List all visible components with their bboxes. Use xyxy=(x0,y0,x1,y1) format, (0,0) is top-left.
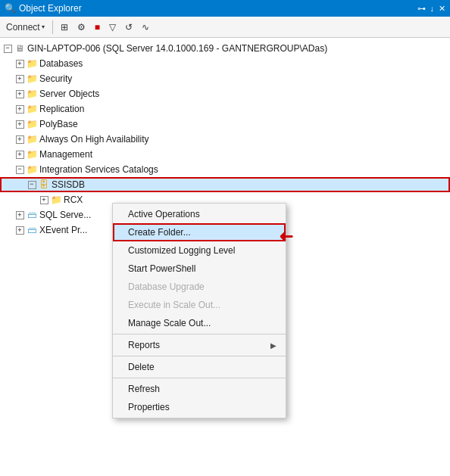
alwayson-label: Always On High Availability xyxy=(39,134,149,145)
connect-button[interactable]: Connect ▾ xyxy=(3,20,48,34)
active-operations-label: Active Operations xyxy=(128,209,200,219)
toolbar-separator-1 xyxy=(52,20,53,34)
integration-icon: 📁 xyxy=(26,163,38,176)
menu-item-refresh[interactable]: Refresh xyxy=(113,380,286,398)
connect-dropdown-icon: ▾ xyxy=(42,23,45,30)
properties-label: Properties xyxy=(128,402,170,412)
xevent-icon: 🗃 xyxy=(26,224,38,236)
manage-scale-out-label: Manage Scale Out... xyxy=(128,318,211,328)
reports-label: Reports xyxy=(128,340,160,350)
reports-arrow-icon: ▶ xyxy=(270,341,277,350)
funnel-icon: ▽ xyxy=(109,22,116,33)
rcx-icon: 📁 xyxy=(50,194,62,206)
activity-monitor-button[interactable]: ∿ xyxy=(139,20,152,34)
create-folder-label: Create Folder... xyxy=(128,227,191,238)
auto-hide-button[interactable]: ↓ xyxy=(430,4,435,13)
ssisdb-label: SSISDB xyxy=(52,179,85,190)
menu-separator-2 xyxy=(113,356,286,356)
sql-server-icon: 🗃 xyxy=(26,209,38,221)
ssisdb-expander[interactable] xyxy=(26,179,38,191)
filter-button[interactable]: ⚙ xyxy=(74,20,89,34)
polybase-label: PolyBase xyxy=(39,119,78,129)
integration-label: Integration Services Catalogs xyxy=(39,164,158,175)
tree-item-security[interactable]: 📁 Security xyxy=(0,71,450,86)
title-bar-title: Object Explorer xyxy=(19,3,82,14)
context-menu: Active Operations Create Folder... Custo… xyxy=(112,203,286,418)
refresh-button[interactable]: ↺ xyxy=(122,20,136,34)
management-icon: 📁 xyxy=(26,148,38,160)
refresh-icon: ↺ xyxy=(125,22,133,33)
title-bar-controls: ⊶ ↓ ✕ xyxy=(417,4,446,14)
server-label: GIN-LAPTOP-006 (SQL Server 14.0.1000.169… xyxy=(27,43,327,54)
alwayson-icon: 📁 xyxy=(26,133,38,145)
activity-icon: ∿ xyxy=(142,22,149,33)
stop-icon: ■ xyxy=(95,22,100,33)
sql-server-expander[interactable] xyxy=(14,209,26,221)
tree-item-server-objects[interactable]: 📁 Server Objects xyxy=(0,86,450,101)
menu-item-execute-scale-out: Execute in Scale Out... xyxy=(113,296,286,314)
menu-item-create-folder[interactable]: Create Folder... xyxy=(113,223,286,241)
main-content: 🖥 GIN-LAPTOP-006 (SQL Server 14.0.1000.1… xyxy=(0,38,450,476)
title-bar: 🔍 Object Explorer ⊶ ↓ ✕ xyxy=(0,0,450,17)
menu-item-active-operations[interactable]: Active Operations xyxy=(113,205,286,223)
server-expander[interactable] xyxy=(2,42,14,54)
menu-item-reports[interactable]: Reports ▶ xyxy=(113,336,286,354)
customized-logging-label: Customized Logging Level xyxy=(128,245,235,256)
menu-item-start-powershell[interactable]: Start PowerShell xyxy=(113,260,286,278)
menu-item-customized-logging[interactable]: Customized Logging Level xyxy=(113,241,286,260)
replication-label: Replication xyxy=(39,104,84,114)
rcx-expander[interactable] xyxy=(38,194,50,206)
toolbar: Connect ▾ ⊞ ⚙ ■ ▽ ↺ ∿ xyxy=(0,17,450,38)
tree-item-replication[interactable]: 📁 Replication xyxy=(0,101,450,117)
pin-button[interactable]: ⊶ xyxy=(417,4,426,14)
alwayson-expander[interactable] xyxy=(14,133,26,145)
annotation-arrow: ➜ xyxy=(279,226,294,247)
security-label: Security xyxy=(39,73,72,84)
server-objects-expander[interactable] xyxy=(14,88,26,100)
menu-item-properties[interactable]: Properties xyxy=(113,398,286,416)
tree-item-polybase[interactable]: 📁 PolyBase xyxy=(0,117,450,132)
server-node[interactable]: 🖥 GIN-LAPTOP-006 (SQL Server 14.0.1000.1… xyxy=(0,41,450,56)
replication-icon: 📁 xyxy=(26,103,38,115)
filter-icon: ⚙ xyxy=(77,22,86,33)
server-objects-icon: 📁 xyxy=(26,88,38,100)
polybase-icon: 📁 xyxy=(26,118,38,130)
databases-expander[interactable] xyxy=(14,58,26,70)
close-button[interactable]: ✕ xyxy=(439,4,445,14)
ssisdb-icon: 🗄 xyxy=(38,179,50,191)
management-expander[interactable] xyxy=(14,148,26,160)
tree-item-alwayson[interactable]: 📁 Always On High Availability xyxy=(0,132,450,147)
integration-expander[interactable] xyxy=(14,163,26,176)
new-query-button[interactable]: ⊞ xyxy=(58,20,71,34)
execute-scale-out-label: Execute in Scale Out... xyxy=(128,300,220,310)
databases-folder-icon: 📁 xyxy=(26,58,38,70)
server-icon: 🖥 xyxy=(14,42,26,54)
menu-separator-1 xyxy=(113,334,286,334)
databases-label: Databases xyxy=(39,58,83,69)
stop-button[interactable]: ■ xyxy=(92,20,103,34)
xevent-label: XEvent Pr... xyxy=(39,225,87,235)
security-expander[interactable] xyxy=(14,73,26,85)
database-upgrade-label: Database Upgrade xyxy=(128,282,205,292)
title-bar-icon: 🔍 xyxy=(5,3,16,14)
tree-item-ssisdb[interactable]: 🗄 SSISDB xyxy=(0,177,450,192)
sql-server-label: SQL Serve... xyxy=(39,210,91,220)
menu-item-database-upgrade: Database Upgrade xyxy=(113,278,286,296)
tree-item-integration-services[interactable]: 📁 Integration Services Catalogs xyxy=(0,162,450,177)
delete-label: Delete xyxy=(128,362,155,372)
security-folder-icon: 📁 xyxy=(26,73,38,85)
new-query-icon: ⊞ xyxy=(61,22,68,33)
tree-item-databases[interactable]: 📁 Databases xyxy=(0,56,450,71)
xevent-expander[interactable] xyxy=(14,224,26,236)
tree-item-management[interactable]: 📁 Management xyxy=(0,147,450,162)
menu-item-delete[interactable]: Delete xyxy=(113,358,286,376)
rcx-label: RCX xyxy=(64,194,83,205)
management-label: Management xyxy=(39,149,92,160)
polybase-expander[interactable] xyxy=(14,118,26,130)
replication-expander[interactable] xyxy=(14,103,26,115)
menu-item-manage-scale-out[interactable]: Manage Scale Out... xyxy=(113,314,286,332)
menu-separator-3 xyxy=(113,378,286,378)
start-powershell-label: Start PowerShell xyxy=(128,263,195,274)
funnel-button[interactable]: ▽ xyxy=(106,20,119,34)
server-objects-label: Server Objects xyxy=(39,89,99,99)
